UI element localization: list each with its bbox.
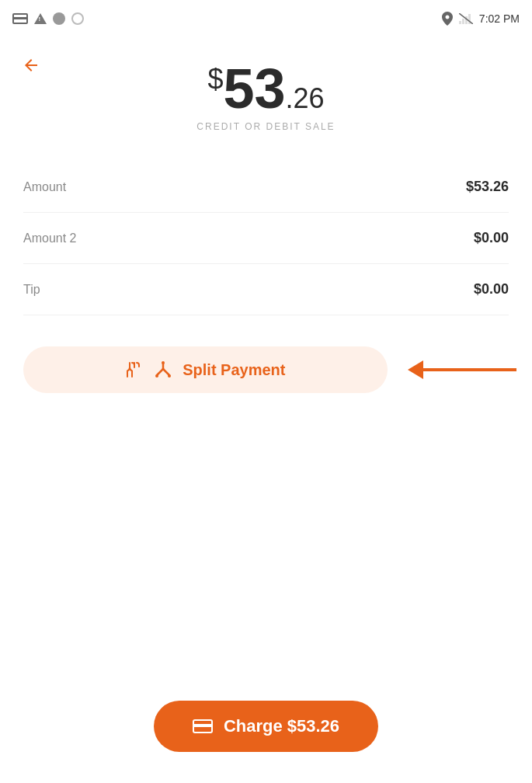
svg-point-8 <box>162 361 165 364</box>
split-icon <box>125 360 144 379</box>
amount2-label: Amount 2 <box>23 231 76 245</box>
card-status-icon <box>12 13 28 24</box>
amount-decimal: .26 <box>286 82 325 114</box>
line-item-tip: Tip $0.00 <box>23 264 509 315</box>
main-content: $53.26 CREDIT OR DEBIT SALE Amount $53.2… <box>0 37 532 685</box>
svg-rect-0 <box>459 21 461 24</box>
signal-icon <box>459 13 473 24</box>
charge-button-container: Charge $53.26 <box>0 685 532 783</box>
amount-display: $53.26 <box>23 61 509 117</box>
amount-label: Amount <box>23 180 66 194</box>
phone-frame: ! 7:02 PM <box>0 0 532 783</box>
line-item-amount: Amount $53.26 <box>23 162 509 213</box>
circle-icon <box>71 12 84 25</box>
tip-value: $0.00 <box>474 281 509 298</box>
split-payment-icon <box>153 361 173 378</box>
charge-button-label: Charge $53.26 <box>224 716 339 736</box>
subtitle: CREDIT OR DEBIT SALE <box>23 121 509 132</box>
amount-whole: 53 <box>223 57 285 120</box>
currency-symbol: $ <box>207 63 223 95</box>
line-items: Amount $53.26 Amount 2 $0.00 Tip $0.00 <box>23 162 509 315</box>
back-button[interactable] <box>19 53 43 82</box>
split-payment-button[interactable]: Split Payment <box>23 346 388 393</box>
status-bar-right: 7:02 PM <box>442 12 520 26</box>
svg-point-6 <box>155 374 158 378</box>
svg-point-7 <box>168 374 171 378</box>
status-time: 7:02 PM <box>479 12 520 25</box>
charge-card-icon <box>193 719 213 733</box>
location-icon <box>442 12 453 26</box>
amount-header: $53.26 CREDIT OR DEBIT SALE <box>23 61 509 132</box>
split-payment-label: Split Payment <box>183 361 285 379</box>
charge-button[interactable]: Charge $53.26 <box>154 701 378 752</box>
warning-icon: ! <box>34 13 47 24</box>
arrow-body <box>423 368 516 371</box>
split-payment-area: Split Payment <box>23 346 509 393</box>
tip-label: Tip <box>23 283 40 297</box>
amount-value: $53.26 <box>466 179 509 195</box>
status-bar: ! 7:02 PM <box>0 0 532 37</box>
amount2-value: $0.00 <box>474 230 509 246</box>
status-bar-left: ! <box>12 12 84 25</box>
svg-rect-1 <box>462 19 464 24</box>
arrow-annotation <box>408 360 516 379</box>
line-item-amount2: Amount 2 $0.00 <box>23 213 509 264</box>
arrow-head <box>408 360 423 379</box>
settings-icon <box>53 12 65 25</box>
